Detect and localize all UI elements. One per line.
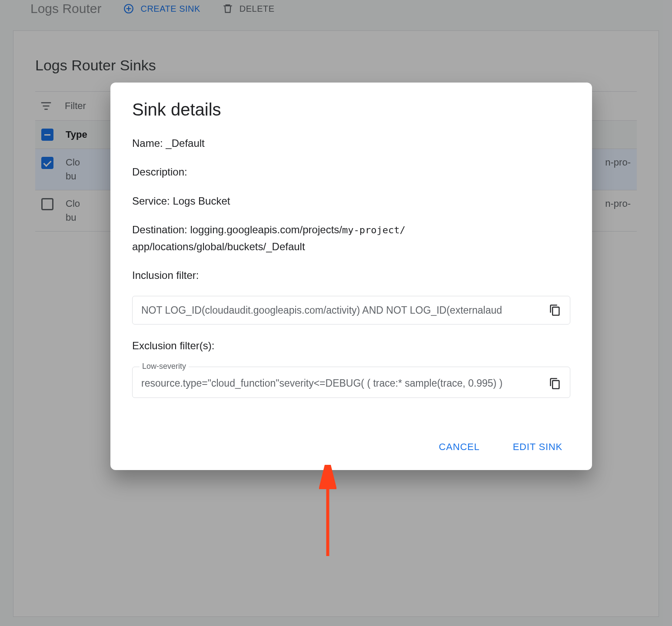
service-label: Service:: [132, 195, 170, 207]
inclusion-filter-value: NOT LOG_ID(cloudaudit.googleapis.com/act…: [141, 305, 542, 316]
exclusion-fieldset-label: Low-severity: [140, 362, 189, 371]
dialog-actions: CANCEL EDIT SINK: [132, 437, 570, 457]
destination-field: Destination: logging.googleapis.com/proj…: [132, 222, 570, 255]
service-value: Logs Bucket: [173, 195, 230, 207]
destination-label: Destination:: [132, 224, 187, 235]
dialog-title: Sink details: [132, 100, 570, 119]
destination-suffix: app/locations/global/buckets/_Default: [132, 241, 305, 252]
exclusion-filter-box: Low-severity resource.type="cloud_functi…: [132, 367, 570, 398]
exclusion-filter-label: Exclusion filter(s):: [132, 338, 570, 354]
cancel-button[interactable]: CANCEL: [436, 437, 483, 457]
destination-prefix: logging.googleapis.com/projects/: [190, 224, 342, 235]
copy-icon[interactable]: [549, 304, 561, 316]
inclusion-filter-label: Inclusion filter:: [132, 267, 570, 284]
exclusion-filter-value: resource.type="cloud_function"severity<=…: [141, 378, 542, 389]
description-field: Description:: [132, 164, 570, 180]
name-value: _Default: [166, 137, 204, 149]
copy-icon[interactable]: [549, 378, 561, 390]
inclusion-filter-box: NOT LOG_ID(cloudaudit.googleapis.com/act…: [132, 296, 570, 325]
service-field: Service: Logs Bucket: [132, 193, 570, 209]
destination-project: my-project/: [342, 225, 406, 235]
name-field: Name: _Default: [132, 135, 570, 152]
name-label: Name:: [132, 137, 163, 149]
description-label: Description:: [132, 166, 187, 178]
sink-details-dialog: Sink details Name: _Default Description:…: [110, 83, 592, 470]
edit-sink-button[interactable]: EDIT SINK: [509, 437, 566, 457]
